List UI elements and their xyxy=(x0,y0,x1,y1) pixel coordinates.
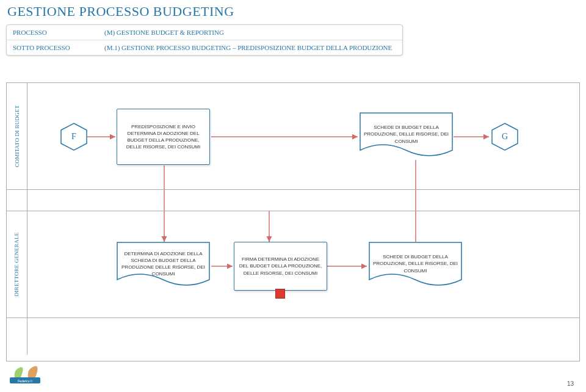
svg-text:Federico II: Federico II xyxy=(18,379,32,383)
header-sotto-label: SOTTO PROCESSO xyxy=(7,40,98,55)
swimlane-container: COMITATO DI BUDGET F PREDISPOSIZIONE E I… xyxy=(6,82,580,361)
header-panel: PROCESSO (M) GESTIONE BUDGET & REPORTING… xyxy=(6,24,403,56)
doc-determina: DETERMINA DI ADOZIONE DELLA SCHEDA DI BU… xyxy=(117,242,210,289)
lane-direttore: DIRETTORE GENERALE DETERMINA DI ADOZIONE… xyxy=(7,211,579,318)
logo-icon: Federico II xyxy=(9,364,42,388)
hex-node-g: G xyxy=(490,122,519,151)
doc-schede-1: SCHEDE DI BUDGET DELLA PRODUZIONE, DELLE… xyxy=(360,112,453,160)
header-sotto-value: (M.1) GESTIONE PROCESSO BUDGETING – PRED… xyxy=(98,40,402,55)
lane-spacer-label xyxy=(7,190,27,211)
lane-label-direttore: DIRETTORE GENERALE xyxy=(7,211,27,318)
box-firma: FIRMA DETERMINA DI ADOZIONE DEL BUDGET D… xyxy=(234,242,327,291)
hex-node-f: F xyxy=(59,122,89,151)
lane-bottom xyxy=(7,318,579,355)
header-processo-value: (M) GESTIONE BUDGET & REPORTING xyxy=(98,25,402,40)
lane-comitato: COMITATO DI BUDGET F PREDISPOSIZIONE E I… xyxy=(7,83,579,190)
page-number: 13 xyxy=(567,380,574,387)
doc-schede-2: SCHEDE DI BUDGET DELLA PRODUZIONE, DELLE… xyxy=(369,242,462,289)
page-title: GESTIONE PROCESSO BUDGETING xyxy=(0,0,586,22)
lane-spacer xyxy=(7,190,579,211)
lane-bottom-label xyxy=(7,318,27,355)
box-predisposizione: PREDISPOSIZIONE E INVIO DETERMINA DI ADO… xyxy=(117,109,210,165)
red-marker xyxy=(275,289,285,299)
lane-label-comitato: COMITATO DI BUDGET xyxy=(7,83,27,189)
header-processo-label: PROCESSO xyxy=(7,25,98,40)
